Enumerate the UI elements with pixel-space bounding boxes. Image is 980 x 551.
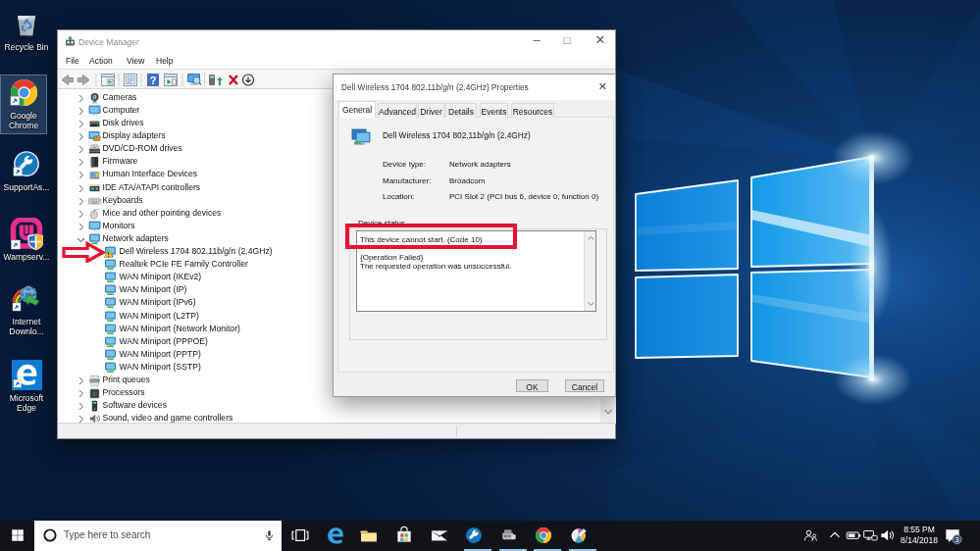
svg-text:?: ? bbox=[150, 75, 157, 86]
svg-text:3: 3 bbox=[954, 535, 958, 544]
